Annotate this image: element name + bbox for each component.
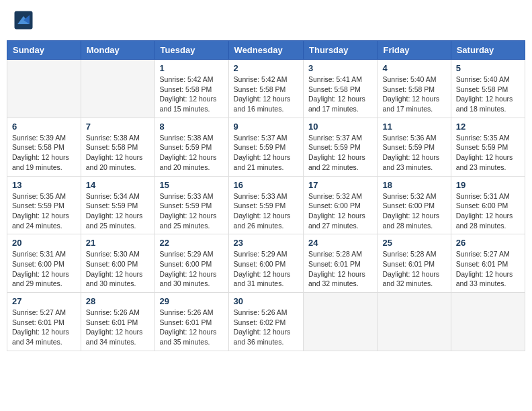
day-number: 6 (12, 122, 76, 132)
week-row-3: 13Sunrise: 5:35 AM Sunset: 5:59 PM Dayli… (7, 176, 525, 234)
day-info: Sunrise: 5:42 AM Sunset: 5:58 PM Dayligh… (234, 75, 298, 114)
day-info: Sunrise: 5:40 AM Sunset: 5:58 PM Dayligh… (456, 75, 520, 114)
day-info: Sunrise: 5:41 AM Sunset: 5:58 PM Dayligh… (308, 75, 372, 114)
page-header (7, 7, 525, 34)
day-info: Sunrise: 5:42 AM Sunset: 5:58 PM Dayligh… (160, 75, 224, 114)
day-number: 27 (12, 296, 76, 306)
day-cell: 27Sunrise: 5:27 AM Sunset: 6:01 PM Dayli… (7, 293, 81, 351)
weekday-header-tuesday: Tuesday (154, 41, 228, 60)
day-cell (378, 293, 451, 351)
day-cell: 16Sunrise: 5:33 AM Sunset: 5:59 PM Dayli… (228, 176, 303, 234)
day-cell: 5Sunrise: 5:40 AM Sunset: 5:58 PM Daylig… (451, 60, 525, 118)
day-cell: 30Sunrise: 5:26 AM Sunset: 6:02 PM Dayli… (228, 293, 303, 351)
day-number: 7 (86, 122, 150, 132)
weekday-header-thursday: Thursday (304, 41, 378, 60)
day-cell: 2Sunrise: 5:42 AM Sunset: 5:58 PM Daylig… (228, 60, 303, 118)
day-info: Sunrise: 5:26 AM Sunset: 6:01 PM Dayligh… (160, 308, 224, 347)
weekday-header-monday: Monday (81, 41, 154, 60)
day-number: 25 (382, 238, 445, 248)
day-cell: 4Sunrise: 5:40 AM Sunset: 5:58 PM Daylig… (378, 60, 451, 118)
day-info: Sunrise: 5:33 AM Sunset: 5:59 PM Dayligh… (234, 191, 298, 231)
calendar-table: SundayMondayTuesdayWednesdayThursdayFrid… (7, 40, 525, 351)
day-info: Sunrise: 5:34 AM Sunset: 5:59 PM Dayligh… (86, 191, 150, 231)
day-number: 19 (456, 180, 520, 190)
day-number: 1 (160, 63, 224, 73)
day-cell (81, 60, 154, 118)
day-info: Sunrise: 5:29 AM Sunset: 6:00 PM Dayligh… (234, 249, 298, 289)
day-number: 3 (308, 63, 372, 73)
day-cell: 11Sunrise: 5:36 AM Sunset: 5:59 PM Dayli… (378, 118, 451, 176)
day-cell: 7Sunrise: 5:38 AM Sunset: 5:58 PM Daylig… (81, 118, 154, 176)
day-info: Sunrise: 5:32 AM Sunset: 6:00 PM Dayligh… (382, 191, 445, 231)
day-info: Sunrise: 5:38 AM Sunset: 5:58 PM Dayligh… (86, 133, 150, 173)
day-cell: 20Sunrise: 5:31 AM Sunset: 6:00 PM Dayli… (7, 234, 81, 293)
day-info: Sunrise: 5:40 AM Sunset: 5:58 PM Dayligh… (382, 75, 445, 114)
day-info: Sunrise: 5:28 AM Sunset: 6:01 PM Dayligh… (382, 249, 445, 289)
day-cell: 3Sunrise: 5:41 AM Sunset: 5:58 PM Daylig… (304, 60, 378, 118)
day-number: 26 (456, 238, 520, 248)
day-info: Sunrise: 5:37 AM Sunset: 5:59 PM Dayligh… (234, 133, 298, 173)
day-number: 21 (86, 238, 150, 248)
day-number: 17 (308, 180, 372, 190)
day-cell: 8Sunrise: 5:38 AM Sunset: 5:59 PM Daylig… (154, 118, 228, 176)
weekday-header-row: SundayMondayTuesdayWednesdayThursdayFrid… (7, 41, 525, 60)
day-cell: 12Sunrise: 5:35 AM Sunset: 5:59 PM Dayli… (451, 118, 525, 176)
day-cell: 10Sunrise: 5:37 AM Sunset: 5:59 PM Dayli… (304, 118, 378, 176)
day-info: Sunrise: 5:36 AM Sunset: 5:59 PM Dayligh… (382, 133, 445, 173)
day-number: 13 (12, 180, 76, 190)
day-number: 22 (160, 238, 224, 248)
logo (13, 10, 37, 30)
week-row-5: 27Sunrise: 5:27 AM Sunset: 6:01 PM Dayli… (7, 293, 525, 351)
day-cell: 24Sunrise: 5:28 AM Sunset: 6:01 PM Dayli… (304, 234, 378, 293)
weekday-header-wednesday: Wednesday (228, 41, 303, 60)
day-cell: 18Sunrise: 5:32 AM Sunset: 6:00 PM Dayli… (378, 176, 451, 234)
day-cell: 23Sunrise: 5:29 AM Sunset: 6:00 PM Dayli… (228, 234, 303, 293)
day-number: 14 (86, 180, 150, 190)
day-info: Sunrise: 5:35 AM Sunset: 5:59 PM Dayligh… (456, 133, 520, 173)
day-number: 18 (382, 180, 445, 190)
day-number: 2 (234, 63, 298, 73)
day-info: Sunrise: 5:29 AM Sunset: 6:00 PM Dayligh… (160, 249, 224, 289)
day-cell: 25Sunrise: 5:28 AM Sunset: 6:01 PM Dayli… (378, 234, 451, 293)
week-row-2: 6Sunrise: 5:39 AM Sunset: 5:58 PM Daylig… (7, 118, 525, 176)
day-cell: 19Sunrise: 5:31 AM Sunset: 6:00 PM Dayli… (451, 176, 525, 234)
day-cell: 6Sunrise: 5:39 AM Sunset: 5:58 PM Daylig… (7, 118, 81, 176)
day-number: 29 (160, 296, 224, 306)
day-number: 11 (382, 122, 445, 132)
day-cell: 29Sunrise: 5:26 AM Sunset: 6:01 PM Dayli… (154, 293, 228, 351)
day-cell: 13Sunrise: 5:35 AM Sunset: 5:59 PM Dayli… (7, 176, 81, 234)
weekday-header-friday: Friday (378, 41, 451, 60)
week-row-4: 20Sunrise: 5:31 AM Sunset: 6:00 PM Dayli… (7, 234, 525, 293)
day-info: Sunrise: 5:30 AM Sunset: 6:00 PM Dayligh… (86, 249, 150, 289)
day-cell (304, 293, 378, 351)
day-cell: 22Sunrise: 5:29 AM Sunset: 6:00 PM Dayli… (154, 234, 228, 293)
day-cell (451, 293, 525, 351)
day-info: Sunrise: 5:27 AM Sunset: 6:01 PM Dayligh… (12, 308, 76, 347)
day-cell: 26Sunrise: 5:27 AM Sunset: 6:01 PM Dayli… (451, 234, 525, 293)
day-cell: 28Sunrise: 5:26 AM Sunset: 6:01 PM Dayli… (81, 293, 154, 351)
day-info: Sunrise: 5:39 AM Sunset: 5:58 PM Dayligh… (12, 133, 76, 173)
day-cell: 14Sunrise: 5:34 AM Sunset: 5:59 PM Dayli… (81, 176, 154, 234)
day-info: Sunrise: 5:31 AM Sunset: 6:00 PM Dayligh… (12, 249, 76, 289)
day-info: Sunrise: 5:27 AM Sunset: 6:01 PM Dayligh… (456, 249, 520, 289)
day-number: 28 (86, 296, 150, 306)
day-info: Sunrise: 5:35 AM Sunset: 5:59 PM Dayligh… (12, 191, 76, 231)
day-number: 8 (160, 122, 224, 132)
day-info: Sunrise: 5:38 AM Sunset: 5:59 PM Dayligh… (160, 133, 224, 173)
day-number: 15 (160, 180, 224, 190)
day-number: 10 (308, 122, 372, 132)
day-number: 30 (234, 296, 298, 306)
day-number: 9 (234, 122, 298, 132)
weekday-header-sunday: Sunday (7, 41, 81, 60)
day-number: 12 (456, 122, 520, 132)
day-number: 24 (308, 238, 372, 248)
day-cell: 15Sunrise: 5:33 AM Sunset: 5:59 PM Dayli… (154, 176, 228, 234)
day-info: Sunrise: 5:26 AM Sunset: 6:02 PM Dayligh… (234, 308, 298, 347)
day-info: Sunrise: 5:32 AM Sunset: 6:00 PM Dayligh… (308, 191, 372, 231)
day-cell: 1Sunrise: 5:42 AM Sunset: 5:58 PM Daylig… (154, 60, 228, 118)
day-info: Sunrise: 5:26 AM Sunset: 6:01 PM Dayligh… (86, 308, 150, 347)
day-number: 16 (234, 180, 298, 190)
day-info: Sunrise: 5:31 AM Sunset: 6:00 PM Dayligh… (456, 191, 520, 231)
weekday-header-saturday: Saturday (451, 41, 525, 60)
day-info: Sunrise: 5:37 AM Sunset: 5:59 PM Dayligh… (308, 133, 372, 173)
